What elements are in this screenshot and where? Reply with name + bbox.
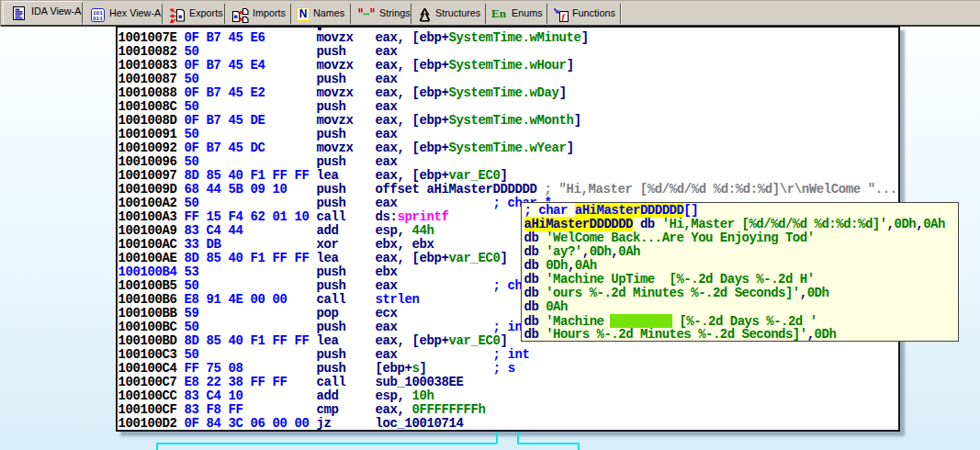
svg-text:011: 011 [93,16,103,22]
